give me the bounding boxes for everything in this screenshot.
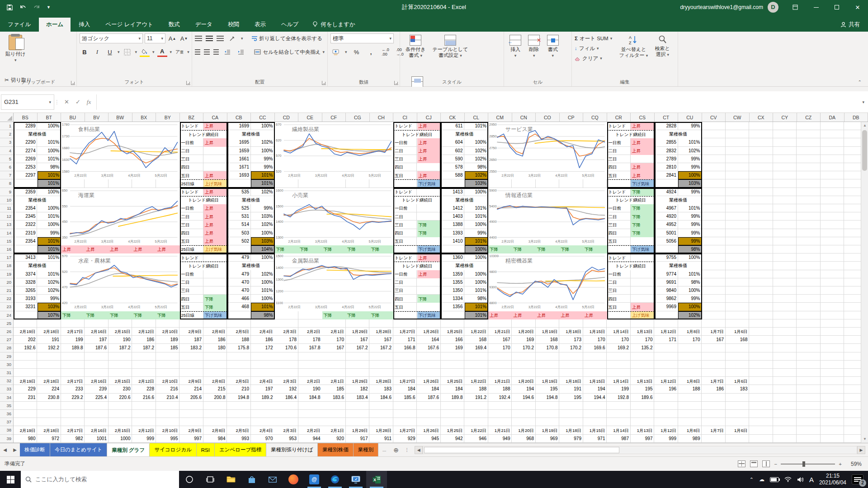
- price-value-cell[interactable]: 5056: [655, 237, 679, 245]
- number-dialog-launcher[interactable]: [394, 81, 398, 85]
- value-cell[interactable]: 188: [227, 336, 251, 344]
- price-ratio-cell[interactable]: 99%: [678, 229, 702, 237]
- price-ratio-cell[interactable]: 101%: [38, 270, 61, 278]
- zoom-out-icon[interactable]: −: [774, 461, 778, 467]
- comma-style-button[interactable]: ,: [366, 47, 376, 57]
- value-cell[interactable]: 186: [132, 336, 156, 344]
- value-cell[interactable]: 194.8: [536, 394, 560, 402]
- column-header-CF[interactable]: CF: [322, 113, 346, 122]
- price-value-cell[interactable]: 479: [227, 270, 251, 278]
- trend-strip-cell[interactable]: 上昇: [61, 245, 85, 253]
- font-color-button[interactable]: A: [157, 47, 167, 57]
- date-cell[interactable]: 2月19日: [14, 328, 38, 336]
- trend-strip-cell[interactable]: 下降: [298, 245, 322, 253]
- price-value-cell[interactable]: 470: [227, 278, 251, 286]
- price-ratio-cell[interactable]: 99%: [678, 221, 702, 229]
- value-cell[interactable]: 184.8: [298, 394, 322, 402]
- file-explorer-button[interactable]: [221, 471, 241, 488]
- value-cell[interactable]: 175.8: [227, 344, 251, 352]
- price-value-cell[interactable]: 2828: [655, 122, 679, 130]
- date-cell[interactable]: 1月15日: [583, 377, 607, 385]
- price-value-cell[interactable]: 9755: [655, 253, 679, 262]
- trend-strip-cell[interactable]: 下降: [275, 245, 299, 253]
- value-cell[interactable]: 167.2: [346, 344, 370, 352]
- date-cell[interactable]: 1月6日: [726, 426, 750, 434]
- price-value-cell[interactable]: 468: [227, 303, 251, 311]
- price-ratio-cell[interactable]: 101%: [38, 138, 61, 146]
- value-cell[interactable]: 187.2: [108, 344, 132, 352]
- value-cell[interactable]: 993: [227, 435, 251, 443]
- trend-strip-cell[interactable]: 下降: [536, 245, 560, 253]
- zoom-in-icon[interactable]: +: [839, 461, 842, 467]
- date-cell[interactable]: 2月17日: [61, 426, 85, 434]
- trend-value-cell[interactable]: 上昇: [631, 303, 655, 311]
- date-cell[interactable]: 1月26日: [417, 426, 441, 434]
- value-cell[interactable]: 224: [38, 385, 61, 393]
- trend-strip-cell[interactable]: 下降: [346, 311, 370, 319]
- price-ratio-cell[interactable]: 100%: [465, 253, 489, 262]
- browser-button[interactable]: [283, 471, 304, 488]
- price-value-cell[interactable]: 611: [441, 122, 465, 130]
- trend-label-cell[interactable]: 二日: [180, 147, 204, 155]
- trend-label-cell[interactable]: 四日: [180, 229, 204, 237]
- increase-decimal-button[interactable]: ←.0.00: [381, 47, 391, 57]
- date-cell[interactable]: 1月6日: [726, 328, 750, 336]
- column-header-DA[interactable]: DA: [821, 113, 844, 122]
- trend-label-cell[interactable]: 五日: [180, 303, 204, 311]
- clear-button[interactable]: クリア▾: [575, 53, 612, 63]
- column-header-CH[interactable]: CH: [370, 113, 394, 122]
- hscroll-right-icon[interactable]: ▶: [857, 446, 865, 454]
- value-cell[interactable]: 167: [346, 336, 370, 344]
- value-cell[interactable]: 929: [393, 435, 417, 443]
- price-value-cell[interactable]: 5001: [655, 229, 679, 237]
- price-ratio-cell[interactable]: 102%: [465, 155, 489, 163]
- price-value-cell[interactable]: 514: [227, 221, 251, 229]
- value-cell[interactable]: 169.6: [583, 344, 607, 352]
- taskbar-search-box[interactable]: ここに入力して検索: [21, 471, 179, 488]
- date-cell[interactable]: 1月27日: [393, 328, 417, 336]
- price-ratio-cell[interactable]: 100%: [251, 253, 275, 262]
- trend-value-cell[interactable]: 上げ気味: [203, 245, 227, 253]
- value-cell[interactable]: 980: [14, 435, 38, 443]
- value-cell[interactable]: 167.2: [370, 344, 394, 352]
- column-header-CI[interactable]: CI: [393, 113, 417, 122]
- date-cell[interactable]: 2月19日: [14, 426, 38, 434]
- accounting-format-button[interactable]: [330, 47, 340, 57]
- row-header-31[interactable]: 31: [0, 369, 13, 377]
- price-value-cell[interactable]: 1659: [227, 147, 251, 155]
- borders-button[interactable]: [123, 47, 132, 57]
- row-header-2[interactable]: 2: [0, 130, 13, 138]
- column-header-CN[interactable]: CN: [512, 113, 536, 122]
- value-cell[interactable]: 172: [251, 344, 275, 352]
- trend-label-cell[interactable]: 四日: [607, 229, 631, 237]
- column-header-CW[interactable]: CW: [726, 113, 750, 122]
- price-ratio-cell[interactable]: 100%: [678, 171, 702, 179]
- date-cell[interactable]: 2月15日: [108, 328, 132, 336]
- date-cell[interactable]: 2月17日: [61, 377, 85, 385]
- date-cell[interactable]: 1月26日: [417, 328, 441, 336]
- value-cell[interactable]: 188: [488, 385, 512, 393]
- trend-value-cell[interactable]: 上昇: [417, 253, 441, 262]
- trend-label-cell[interactable]: 二日: [180, 278, 204, 286]
- value-cell[interactable]: 183: [726, 385, 750, 393]
- price-header-cell[interactable]: 業種株価: [655, 196, 702, 204]
- price-value-cell[interactable]: 1699: [227, 122, 251, 130]
- value-cell[interactable]: 220.6: [108, 394, 132, 402]
- trend-label-cell[interactable]: 一日前: [393, 138, 417, 146]
- column-header-CY[interactable]: CY: [773, 113, 797, 122]
- trend-label-cell[interactable]: 四日: [393, 163, 417, 171]
- price-ratio-cell[interactable]: 99%: [678, 212, 702, 221]
- row-header-7[interactable]: 7: [0, 171, 13, 179]
- trend-value-cell[interactable]: 下げ気味: [631, 179, 655, 188]
- date-cell[interactable]: 2月16日: [85, 377, 109, 385]
- value-cell[interactable]: 997: [180, 435, 204, 443]
- price-ratio-cell[interactable]: 100%: [465, 278, 489, 286]
- price-value-cell[interactable]: 602: [441, 147, 465, 155]
- column-header-CB[interactable]: CB: [227, 113, 251, 122]
- trend-label-cell[interactable]: 三日: [607, 221, 631, 229]
- column-header-CD[interactable]: CD: [275, 113, 299, 122]
- column-header-CK[interactable]: CK: [441, 113, 465, 122]
- save-icon[interactable]: [6, 4, 13, 11]
- trend-strip-cell[interactable]: 下降: [85, 311, 109, 319]
- shrink-font-button[interactable]: A▼: [179, 33, 189, 43]
